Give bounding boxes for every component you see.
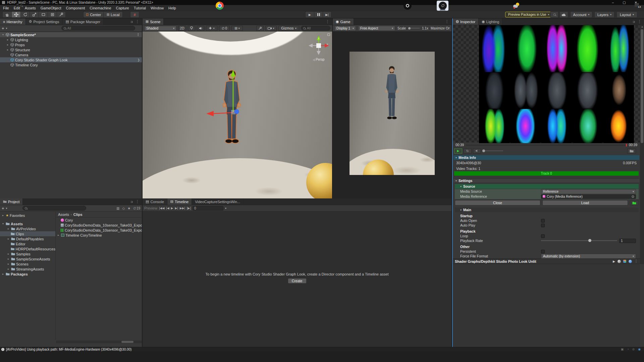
status-console-icon[interactable]: ⊘ — [632, 348, 635, 351]
transform-tool-button[interactable] — [48, 11, 57, 18]
scroll-up-icon[interactable]: ▲ — [641, 25, 643, 28]
timeline-options-icon[interactable]: ▾ — [225, 207, 226, 210]
search-toolbar-button[interactable] — [550, 11, 558, 18]
grid-snap-button[interactable]: # — [130, 11, 139, 18]
tab-videocapture[interactable]: VideoCaptureSettingsWin... — [192, 198, 244, 205]
scale-tool-button[interactable] — [30, 11, 39, 18]
orientation-gizmo[interactable]: y x ◁ Persp — [308, 35, 329, 66]
preview-packages-button[interactable]: Preview Packages in Use ▾ — [505, 12, 552, 17]
move-tool-button[interactable] — [11, 11, 20, 18]
persistent-checkbox[interactable] — [541, 250, 545, 253]
custom-tool-button[interactable] — [57, 11, 66, 18]
scene-visibility-toggle[interactable]: ∅0 — [219, 26, 230, 31]
scene-menu-icon[interactable]: ⋮ — [136, 33, 140, 37]
tab-console[interactable]: ▤Console — [143, 198, 167, 205]
scene-tools-button[interactable] — [256, 26, 264, 31]
hierarchy-item-camera[interactable]: Camera — [0, 52, 142, 57]
account-dropdown[interactable]: Account▾ — [570, 11, 592, 18]
tab-inspector[interactable]: iInspector — [453, 18, 479, 25]
hierarchy-item-props[interactable]: ▸ Props — [0, 42, 142, 47]
scale-slider[interactable] — [408, 27, 420, 29]
track-bar[interactable]: Track 0 — [454, 171, 639, 176]
maximize-button[interactable]: ▢ — [623, 1, 626, 4]
2d-toggle[interactable]: 2D — [178, 26, 186, 31]
source-header[interactable]: ▾ Source — [455, 184, 639, 189]
file-cory[interactable]: Cory — [56, 218, 142, 223]
tab-scene[interactable]: ⊞Scene — [143, 18, 164, 25]
breadcrumb-clips[interactable]: Clips — [73, 213, 83, 217]
favorites-filter-icon[interactable]: ★ — [127, 206, 130, 210]
menu-gameobject[interactable]: GameObject — [38, 6, 64, 10]
goto-end-button[interactable]: ▶▶| — [180, 206, 185, 210]
panel-menu-icon[interactable]: ⋮ — [136, 199, 139, 204]
rect-tool-button[interactable] — [39, 11, 48, 18]
shader-bar[interactable]: Shader Graphs/Depthkit Studio Photo Look… — [453, 258, 640, 264]
media-reference-field[interactable]: Cory (Media Reference) ⊙ — [541, 194, 636, 199]
cloud-button[interactable] — [559, 11, 568, 18]
next-frame-button[interactable]: ▶| — [175, 206, 178, 210]
search-by-label-icon[interactable]: ◇ — [122, 206, 125, 210]
display-dropdown[interactable]: Display 1▾ — [334, 26, 356, 31]
settings-header[interactable]: ▾ Settings — [453, 178, 639, 183]
shader-play-icon[interactable]: ▶ — [613, 260, 615, 263]
tree-folder-streamingassets[interactable]: ▸StreamingAssets — [0, 266, 55, 272]
browse-folder-button[interactable] — [630, 200, 639, 205]
menu-assets[interactable]: Assets — [22, 6, 38, 10]
game-viewport[interactable] — [333, 32, 451, 198]
search-by-type-icon[interactable]: ▥ — [116, 206, 119, 210]
play-button[interactable]: ▶ — [305, 11, 314, 18]
panel-lock-icon[interactable]: ⊐ — [130, 20, 133, 23]
hierarchy-scene-root[interactable]: ▾ SampleScene* ⋮ — [0, 32, 142, 37]
hierarchy-item-structure[interactable]: ▸ Structure — [0, 47, 142, 52]
media-folder-button[interactable] — [627, 148, 636, 154]
unity-status-bar[interactable]: ! [AVProVideo] Using playback path: MF-M… — [0, 347, 644, 351]
step-button[interactable]: ▶| — [323, 11, 331, 18]
menu-capture[interactable]: Capture — [114, 6, 131, 10]
shading-mode-dropdown[interactable]: Shaded▾ — [144, 26, 176, 31]
tab-game[interactable]: ◉Game — [333, 18, 354, 25]
force-file-format-dropdown[interactable]: Automatic (by extension)▾ — [541, 254, 636, 259]
tree-folder-defaultplayables[interactable]: ▸DefaultPlayables — [0, 236, 55, 241]
media-loop-button[interactable]: ↻ — [464, 148, 472, 154]
persp-label[interactable]: ◁ Persp — [308, 58, 329, 61]
main-header[interactable]: ▾ Main — [455, 207, 639, 212]
video-scrubber[interactable]: 00:39 00:39 — [453, 142, 640, 147]
pause-button[interactable] — [314, 11, 323, 18]
hierarchy-search[interactable] — [61, 26, 135, 31]
tree-favorites[interactable]: ▸★Favorites — [0, 213, 55, 218]
aspect-dropdown[interactable]: Free Aspect▾ — [358, 26, 395, 31]
tab-lighting[interactable]: ◉Lighting — [479, 18, 502, 25]
menu-component[interactable]: Component — [63, 6, 87, 10]
loop-checkbox[interactable] — [541, 234, 545, 238]
object-picker-icon[interactable]: ⊙ — [632, 195, 634, 198]
hierarchy-item-lighting[interactable]: ▸ Lighting — [0, 37, 142, 42]
panel-menu-icon[interactable]: ⋮ — [445, 19, 449, 24]
media-play-button[interactable]: ▶ — [454, 148, 462, 154]
tree-folder-hdrpdefaultresources[interactable]: HDRPDefaultResources — [0, 246, 55, 251]
scene-lighting-toggle[interactable] — [188, 26, 195, 31]
pivot-local-button[interactable]: ⊞ Local — [103, 11, 123, 18]
menu-file[interactable]: File — [1, 6, 11, 10]
timeline-play-button[interactable]: ▶ — [171, 206, 173, 210]
hand-tool-button[interactable] — [2, 11, 11, 18]
file-demodata-1[interactable]: CoryStudioDemoData_10sensor_Take03_Expor… — [56, 223, 142, 228]
playback-rate-field[interactable]: 1 — [619, 239, 636, 243]
tab-project[interactable]: Project — [0, 198, 23, 205]
file-demodata-2[interactable]: CoryStudioDemoData_10sensor_Take03_Expor… — [56, 228, 142, 233]
media-source-dropdown[interactable]: Reference▾ — [541, 189, 636, 194]
layers-dropdown[interactable]: Layers▾ — [594, 11, 614, 18]
scene-audio-toggle[interactable] — [197, 26, 204, 31]
media-mute-button[interactable] — [473, 148, 481, 154]
create-asset-button[interactable]: + — [2, 206, 4, 211]
project-search[interactable] — [22, 206, 86, 210]
tree-folder-clips[interactable]: Clips — [0, 231, 55, 236]
taskbar-app-unity-active[interactable]: ⬡ — [437, 1, 448, 11]
foldout-icon[interactable]: ▾ — [1, 33, 5, 36]
minimize-button[interactable]: – — [612, 1, 614, 4]
timeline-create-button[interactable]: Create — [288, 278, 307, 284]
lock-icon[interactable] — [327, 34, 330, 36]
close-button[interactable]: Close — [455, 200, 540, 205]
status-progress-icon[interactable]: ▣ — [621, 348, 624, 351]
pivot-center-button[interactable]: ⊡ Center — [83, 11, 103, 18]
hidden-count[interactable]: ∅19 — [133, 206, 140, 210]
